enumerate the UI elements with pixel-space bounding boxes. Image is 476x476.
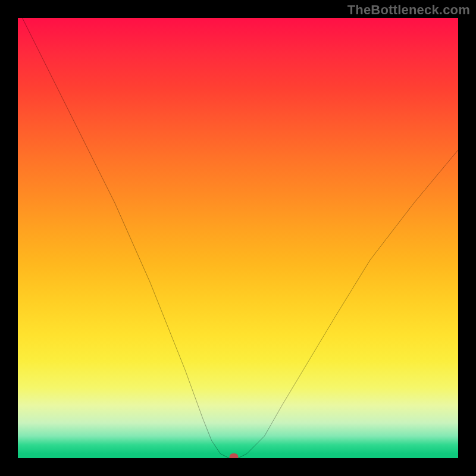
watermark-text: TheBottleneck.com bbox=[347, 2, 470, 18]
curve-path bbox=[18, 18, 458, 458]
minimum-marker bbox=[229, 453, 238, 458]
plot-area bbox=[18, 18, 458, 458]
bottleneck-curve bbox=[18, 18, 458, 458]
chart-frame: TheBottleneck.com bbox=[0, 0, 476, 476]
